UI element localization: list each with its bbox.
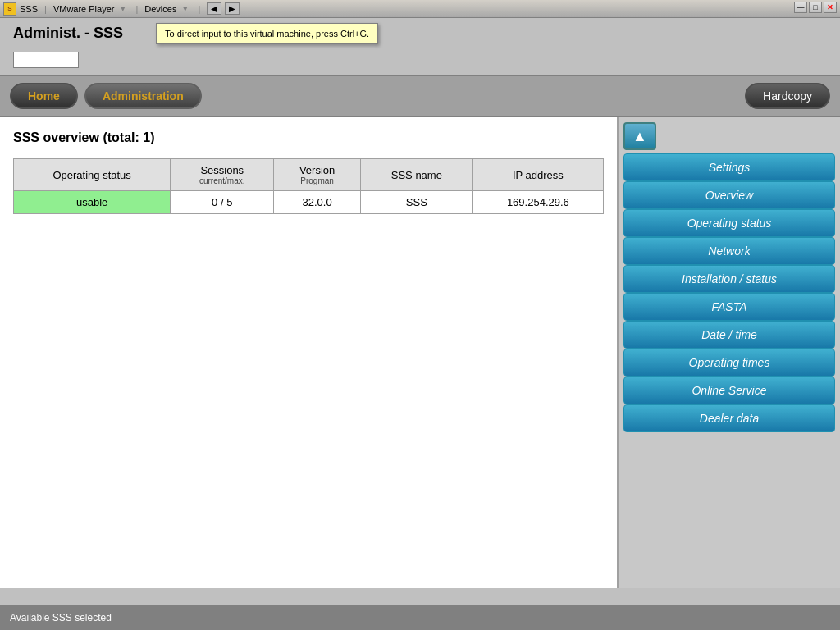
sss-table: Operating status Sessions current/max. V… <box>13 158 604 214</box>
administration-button[interactable]: Administration <box>84 83 202 109</box>
app-icon: S <box>3 2 16 16</box>
cell-sss-name: SSS <box>361 191 473 214</box>
titlebar-left: S SSS | VMware Player ▾ | Devices ▾ | ◀ … <box>3 2 240 16</box>
sidebar-btn-overview[interactable]: Overview <box>623 181 835 209</box>
titlebar-app-title: SSS <box>20 4 38 14</box>
col-operating-status: Operating status <box>14 159 171 191</box>
statusbar: Available SSS selected <box>0 605 840 630</box>
sidebar-btn-installation-status[interactable]: Installation / status <box>623 265 835 293</box>
table-row: usable0 / 532.0.0SSS169.254.29.6 <box>14 191 604 214</box>
sidebar-btn-online-service[interactable]: Online Service <box>623 377 835 404</box>
statusbar-text: Available SSS selected <box>10 612 112 623</box>
back-button[interactable]: ◀ <box>207 2 221 15</box>
maximize-button[interactable]: □ <box>809 2 822 13</box>
main-content: SSS overview (total: 1) Operating status… <box>0 117 840 588</box>
hardcopy-button[interactable]: Hardcopy <box>745 83 830 109</box>
window-controls: — □ ✕ <box>794 2 837 13</box>
up-button[interactable]: ▲ <box>623 122 656 150</box>
cell-ip: 169.254.29.6 <box>472 191 603 214</box>
close-button[interactable]: ✕ <box>824 2 837 13</box>
sidebar-buttons: SettingsOverviewOperating statusNetworkI… <box>623 153 835 432</box>
sidebar-btn-date-time[interactable]: Date / time <box>623 321 835 349</box>
nav-left: Home Administration <box>10 83 202 109</box>
titlebar-devices[interactable]: Devices <box>144 4 176 14</box>
navbar: Home Administration Hardcopy <box>0 75 840 117</box>
col-version: Version Progman <box>274 159 361 191</box>
left-panel: SSS overview (total: 1) Operating status… <box>0 117 619 588</box>
cell-sessions: 0 / 5 <box>171 191 274 214</box>
overview-title: SSS overview (total: 1) <box>13 130 604 145</box>
app-title: Administ. - SSS <box>13 25 123 42</box>
tooltip-text: To direct input to this virtual machine,… <box>165 29 369 39</box>
titlebar: S SSS | VMware Player ▾ | Devices ▾ | ◀ … <box>0 0 840 18</box>
sidebar-btn-operating-status[interactable]: Operating status <box>623 209 835 237</box>
sidebar-btn-settings[interactable]: Settings <box>623 153 835 181</box>
cell-status: usable <box>14 191 171 214</box>
right-panel: ▲ SettingsOverviewOperating statusNetwor… <box>619 117 840 588</box>
col-ip-address: IP address <box>472 159 603 191</box>
home-button[interactable]: Home <box>10 83 78 109</box>
sidebar-btn-network[interactable]: Network <box>623 237 835 265</box>
col-sss-name: SSS name <box>361 159 473 191</box>
search-area <box>0 48 840 75</box>
up-arrow-icon: ▲ <box>632 128 647 145</box>
forward-button[interactable]: ▶ <box>225 2 240 15</box>
search-input[interactable] <box>13 52 79 68</box>
minimize-button[interactable]: — <box>794 2 807 13</box>
col-sessions: Sessions current/max. <box>171 159 274 191</box>
sidebar-btn-fasta[interactable]: FASTA <box>623 293 835 321</box>
titlebar-vmware: VMware Player <box>53 4 115 14</box>
tooltip: To direct input to this virtual machine,… <box>156 23 378 44</box>
sidebar-btn-operating-times[interactable]: Operating times <box>623 349 835 377</box>
sidebar-btn-dealer-data[interactable]: Dealer data <box>623 404 835 432</box>
cell-version: 32.0.0 <box>274 191 361 214</box>
app-header: Administ. - SSS <box>0 18 840 48</box>
